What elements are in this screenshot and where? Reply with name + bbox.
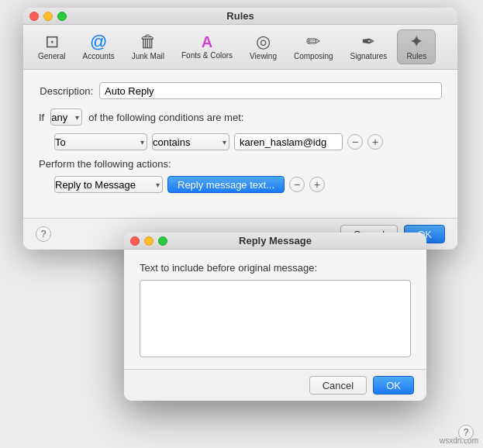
toolbar-label-composing: Composing [294,52,333,60]
if-suffix: of the following conditions are met: [88,112,243,123]
reply-textarea[interactable] [140,280,411,357]
action-type-wrapper[interactable]: Reply to Message Forward Message Delete … [54,176,163,193]
reply-message-text-button[interactable]: Reply message text... [167,176,285,193]
description-input[interactable] [99,82,442,99]
condition-op-select[interactable]: contains does not contain is equal to [152,133,229,150]
reply-minimize-button[interactable] [144,236,154,246]
action-type-select[interactable]: Reply to Message Forward Message Delete … [54,176,163,193]
fonts-icon: A [202,34,212,50]
reply-maximize-button[interactable] [158,236,167,246]
reply-ok-button[interactable]: OK [373,376,414,395]
toolbar-label-accounts: Accounts [83,52,115,60]
signatures-icon: ✒ [361,33,375,50]
reply-traffic-lights [130,236,167,246]
watermark: wsxdn.com [440,436,478,445]
viewing-icon: ◎ [256,33,271,50]
minimize-button[interactable] [43,12,53,21]
rules-window: Rules ⊡ General @ Accounts 🗑 Junk Mail A… [23,8,457,250]
if-label: If [39,112,44,123]
toolbar-item-signatures[interactable]: ✒ Signatures [343,29,395,64]
reply-title-bar: Reply Message [124,233,426,250]
toolbar: ⊡ General @ Accounts 🗑 Junk Mail A Fonts… [23,25,457,70]
composing-icon: ✏ [306,33,320,50]
condition-value-input[interactable] [234,133,343,150]
close-button[interactable] [29,12,39,21]
toolbar-item-viewing[interactable]: ◎ Viewing [243,29,284,64]
description-label: Description: [39,85,93,97]
if-row: If any all of the following conditions a… [39,109,442,126]
dialog-help-button[interactable]: ? [458,425,474,440]
condition-row: To From Subject contains does not contai… [54,133,442,150]
toolbar-item-fonts[interactable]: A Fonts & Colors [174,30,240,64]
toolbar-label-signatures: Signatures [350,52,388,60]
add-condition-button[interactable]: + [367,134,383,150]
general-icon: ⊡ [45,33,59,50]
remove-condition-button[interactable]: − [347,134,363,150]
condition-any-select[interactable]: any all [50,109,82,126]
reply-label: Text to include before original message: [140,262,411,274]
accounts-icon: @ [90,33,107,50]
actions-label: Perform the following actions: [39,158,442,170]
reply-message-dialog: Reply Message Text to include before ori… [124,233,426,401]
add-action-button[interactable]: + [309,177,325,192]
toolbar-item-composing[interactable]: ✏ Composing [287,29,340,64]
toolbar-label-junk: Junk Mail [132,52,164,60]
toolbar-label-rules: Rules [407,52,427,60]
toolbar-item-junk[interactable]: 🗑 Junk Mail [125,29,171,64]
toolbar-label-fonts: Fonts & Colors [181,51,233,60]
condition-field-wrapper[interactable]: To From Subject [54,133,147,150]
help-button[interactable]: ? [36,226,51,242]
toolbar-label-viewing: Viewing [250,52,277,60]
rules-content: Description: If any all of the following… [23,70,457,218]
reply-bottom-bar: Cancel OK [124,369,426,401]
condition-field-select[interactable]: To From Subject [54,133,147,150]
rules-icon: ✦ [409,33,423,50]
condition-any-wrapper[interactable]: any all [50,109,82,126]
remove-action-button[interactable]: − [289,177,305,192]
rules-title-bar: Rules [23,8,457,25]
toolbar-item-rules[interactable]: ✦ Rules [397,29,436,64]
maximize-button[interactable] [57,12,67,21]
toolbar-label-general: General [38,52,66,60]
action-row: Reply to Message Forward Message Delete … [54,176,442,193]
junk-icon: 🗑 [140,33,157,50]
reply-cancel-button[interactable]: Cancel [309,376,367,395]
reply-content: Text to include before original message: [124,250,426,369]
reply-close-button[interactable] [130,236,140,246]
reply-dialog-title: Reply Message [239,235,312,246]
toolbar-item-accounts[interactable]: @ Accounts [76,29,122,64]
condition-op-wrapper[interactable]: contains does not contain is equal to [152,133,229,150]
description-row: Description: [39,82,442,99]
window-title: Rules [226,10,254,22]
traffic-lights [29,12,67,21]
toolbar-item-general[interactable]: ⊡ General [31,29,73,64]
